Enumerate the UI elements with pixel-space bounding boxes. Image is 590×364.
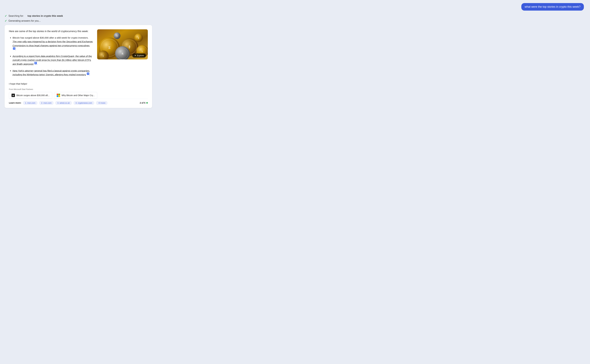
explore-label: Explore bbox=[137, 54, 144, 57]
partner-cards-container: M Bitcoin surges above $30,000 aft... Wh… bbox=[9, 92, 148, 99]
partner-card-1[interactable]: M Bitcoin surges above $30,000 aft... bbox=[9, 92, 52, 99]
partner-card-2[interactable]: Why Bitcoin and Other Major Cry... bbox=[54, 92, 97, 99]
learn-more-link-2[interactable]: 2. msn.com bbox=[39, 101, 54, 105]
cite-badge-1[interactable]: 1 bbox=[13, 47, 15, 50]
cite-badge-3[interactable]: 3 bbox=[87, 72, 89, 75]
closing-text: I hope that helps! bbox=[9, 82, 148, 85]
source-link-2[interactable]: According to a report from data analytic… bbox=[13, 55, 92, 65]
partner-card-1-label: Bitcoin surges above $30,000 aft... bbox=[16, 94, 50, 97]
bullet-item-3: New York's attorney general has filed a … bbox=[13, 69, 93, 77]
generating-label: Generating answers for you... bbox=[8, 20, 41, 22]
svg-text:L: L bbox=[142, 50, 143, 52]
user-query-container: what were the top stories in crypto this… bbox=[5, 3, 585, 11]
search-status-line: ✓ Searching for: top stories in crypto t… bbox=[5, 14, 585, 18]
source-link-1[interactable]: The new rally was triggered by a decisio… bbox=[13, 40, 93, 47]
learn-more-link-1[interactable]: 1. msn.com bbox=[23, 101, 38, 105]
microsoft-icon bbox=[57, 94, 60, 97]
cite-badge-2[interactable]: 2 bbox=[34, 62, 37, 64]
partners-label: From Microsoft Start Partners bbox=[9, 88, 148, 91]
page-indicator-text: 2 of 5 bbox=[140, 102, 145, 104]
generating-status-line: ✓ Generating answers for you... bbox=[5, 19, 585, 23]
crypto-image: Ξ ₿ Ɍ L Ξ bbox=[97, 29, 148, 59]
svg-text:Ξ: Ξ bbox=[103, 55, 104, 57]
bullet-list: Bitcoin has surged above $30,000 after a… bbox=[9, 36, 93, 77]
source-link-3[interactable]: New York's attorney general has filed a … bbox=[13, 69, 90, 76]
answer-card: Here are some of the top stories in the … bbox=[5, 25, 152, 108]
msn-icon-1: M bbox=[12, 94, 15, 97]
explore-button[interactable]: ✦ Explore bbox=[132, 53, 146, 58]
card-text-section: Here are some of the top stories in the … bbox=[9, 29, 93, 79]
more-badge[interactable]: +3 more bbox=[96, 101, 107, 105]
svg-text:₿: ₿ bbox=[138, 37, 139, 39]
learn-more-link-3[interactable]: 3. wired.co.uk bbox=[55, 101, 72, 105]
svg-text:Ɍ: Ɍ bbox=[122, 52, 124, 55]
searching-term: top stories in crypto this week bbox=[27, 15, 63, 17]
svg-text:Ξ: Ξ bbox=[108, 46, 111, 50]
learn-more-label: Learn more: bbox=[9, 102, 21, 104]
bullet-item-2: According to a report from data analytic… bbox=[13, 54, 93, 66]
card-header: Here are some of the top stories in the … bbox=[9, 29, 148, 79]
learn-more-section: Learn more: 1. msn.com 2. msn.com 3. wir… bbox=[9, 99, 148, 105]
svg-text:₿: ₿ bbox=[129, 46, 130, 49]
intro-text: Here are some of the top stories in the … bbox=[9, 29, 93, 33]
user-query-text: what were the top stories in crypto this… bbox=[525, 5, 580, 8]
user-query-bubble: what were the top stories in crypto this… bbox=[521, 3, 584, 11]
svg-text:M: M bbox=[13, 95, 14, 96]
check-icon-2: ✓ bbox=[5, 19, 7, 23]
bullet-item-1: Bitcoin has surged above $30,000 after a… bbox=[13, 36, 93, 52]
card-image-section: Ξ ₿ Ɍ L Ξ bbox=[97, 29, 148, 79]
svg-text:Ɍ: Ɍ bbox=[117, 35, 118, 37]
partners-section: From Microsoft Start Partners M Bitcoin … bbox=[9, 88, 148, 99]
green-status-dot bbox=[146, 102, 148, 104]
check-icon-1: ✓ bbox=[5, 14, 7, 18]
explore-wand-icon: ✦ bbox=[134, 54, 136, 57]
partner-card-2-label: Why Bitcoin and Other Major Cry... bbox=[62, 94, 95, 97]
learn-more-link-4[interactable]: 4. cryptonews.com bbox=[73, 101, 94, 105]
page-indicator: 2 of 5 bbox=[140, 102, 148, 104]
searching-label: Searching for: bbox=[8, 15, 24, 17]
